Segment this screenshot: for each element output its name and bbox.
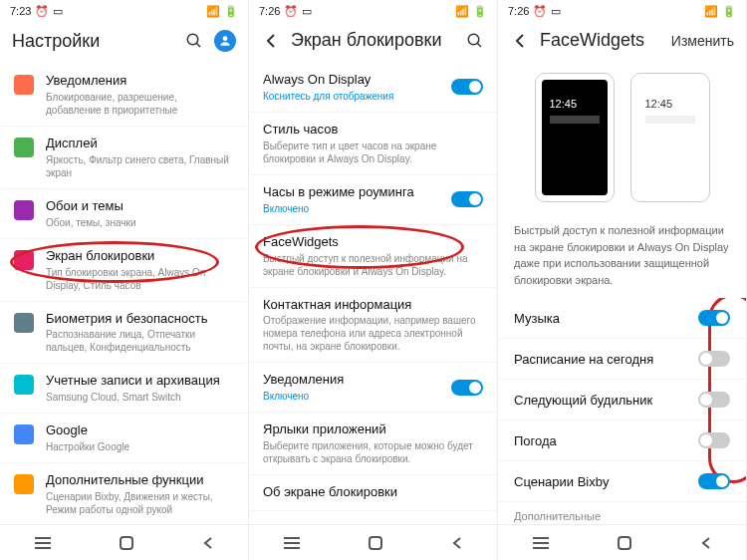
toggle-switch[interactable] — [451, 380, 483, 396]
search-button[interactable] — [184, 31, 204, 51]
item-subtitle: Коснитесь для отображения — [263, 90, 439, 103]
signal-icon: 📶 — [455, 5, 469, 18]
svg-point-7 — [468, 34, 479, 45]
alarm-icon: ⏰ — [284, 5, 298, 18]
signal-icon: 📶 — [206, 5, 220, 18]
toggle-switch[interactable] — [451, 79, 483, 95]
status-bar: 7:26 ⏰ ▭ 📶 🔋 — [249, 0, 497, 22]
item-subtitle: Выберите тип и цвет часов на экране блок… — [263, 140, 483, 165]
item-title: Учетные записи и архивация — [46, 373, 234, 390]
toggle-switch[interactable] — [698, 432, 730, 448]
widget-item[interactable]: Погода — [498, 420, 746, 461]
card-icon: ▭ — [302, 5, 312, 18]
settings-item[interactable]: Дисплей Яркость, Фильтр синего света, Гл… — [0, 127, 248, 189]
item-icon — [14, 375, 34, 395]
item-subtitle: Яркость, Фильтр синего света, Главный эк… — [46, 153, 234, 179]
back-arrow-button[interactable] — [510, 31, 530, 51]
battery-icon: 🔋 — [473, 5, 487, 18]
lockscreen-item[interactable]: Контактная информация Отображение информ… — [249, 288, 497, 364]
edit-button[interactable]: Изменить — [671, 33, 734, 49]
item-icon — [14, 474, 34, 494]
svg-line-8 — [477, 43, 481, 47]
back-button[interactable] — [699, 536, 713, 550]
widget-item[interactable]: Следующий будильник — [498, 380, 746, 420]
item-subtitle: Samsung Cloud, Smart Switch — [46, 391, 234, 404]
recents-button[interactable] — [283, 536, 301, 550]
back-arrow-button[interactable] — [261, 31, 281, 51]
item-subtitle: Настройки Google — [46, 440, 234, 453]
home-button[interactable] — [119, 535, 134, 551]
header: Экран блокировки — [249, 22, 497, 63]
item-subtitle: Тип блокировки экрана, Always On Display… — [46, 266, 234, 292]
toggle-switch[interactable] — [698, 392, 730, 408]
home-button[interactable] — [368, 535, 383, 551]
toggle-switch[interactable] — [698, 473, 730, 489]
battery-icon: 🔋 — [722, 5, 736, 18]
item-title: Стиль часов — [263, 122, 483, 139]
item-subtitle: Включено — [263, 202, 439, 215]
page-title: Экран блокировки — [291, 30, 455, 51]
widget-item[interactable]: Сценарии Bixby — [498, 461, 746, 502]
lockscreen-item[interactable]: Ярлыки приложений Выберите приложения, к… — [249, 413, 497, 475]
lock-preview: 12:45 12:45 — [498, 63, 746, 212]
status-time: 7:26 — [259, 5, 280, 17]
item-subtitle: Распознавание лица, Отпечатки пальцев, К… — [46, 328, 234, 354]
preview-dark[interactable]: 12:45 — [535, 73, 615, 202]
settings-item[interactable]: Учетные записи и архивация Samsung Cloud… — [0, 364, 248, 414]
battery-icon: 🔋 — [224, 5, 238, 18]
home-button[interactable] — [617, 535, 632, 551]
item-title: Обои и темы — [46, 198, 234, 215]
header: FaceWidgets Изменить — [498, 22, 746, 63]
lockscreen-item[interactable]: Об экране блокировки — [249, 475, 497, 511]
settings-item[interactable]: Дополнительные функции Сценарии Bixby, Д… — [0, 463, 248, 524]
settings-item[interactable]: Экран блокировки Тип блокировки экрана, … — [0, 239, 248, 302]
lockscreen-item[interactable]: Стиль часов Выберите тип и цвет часов на… — [249, 113, 497, 175]
nav-bar — [249, 524, 497, 560]
widget-label: Следующий будильник — [514, 393, 652, 408]
settings-item[interactable]: Уведомления Блокирование, разрешение, до… — [0, 64, 248, 127]
page-title: Настройки — [12, 31, 174, 52]
svg-rect-6 — [121, 537, 132, 549]
preview-light[interactable]: 12:45 — [630, 73, 710, 202]
alarm-icon: ⏰ — [35, 5, 49, 18]
page-title: FaceWidgets — [540, 30, 661, 51]
item-icon — [14, 313, 34, 333]
item-title: Уведомления — [263, 372, 439, 389]
profile-avatar[interactable] — [214, 30, 236, 52]
screen-lockscreen: 7:26 ⏰ ▭ 📶 🔋 Экран блокировки Always On … — [249, 0, 498, 560]
svg-line-1 — [196, 43, 200, 47]
widget-label: Погода — [514, 433, 557, 448]
toggle-switch[interactable] — [451, 191, 483, 207]
description-text: Быстрый доступ к полезной информации на … — [498, 212, 746, 298]
lockscreen-item[interactable]: Always On Display Коснитесь для отображе… — [249, 63, 497, 113]
item-title: Дисплей — [46, 136, 234, 152]
svg-point-0 — [187, 34, 198, 45]
back-button[interactable] — [201, 536, 215, 550]
recents-button[interactable] — [532, 536, 550, 550]
settings-list: Уведомления Блокирование, разрешение, до… — [0, 64, 248, 524]
recents-button[interactable] — [34, 536, 52, 550]
status-bar: 7:23 ⏰ ▭ 📶 🔋 — [0, 0, 248, 22]
widget-item[interactable]: Музыка — [498, 298, 746, 339]
toggle-switch[interactable] — [698, 351, 730, 367]
item-title: Контактная информация — [263, 297, 483, 314]
lockscreen-item[interactable]: FaceWidgets Быстрый доступ к полезной ин… — [249, 225, 497, 288]
widget-label: Музыка — [514, 311, 560, 326]
lockscreen-item[interactable]: Часы в режиме роуминга Включено — [249, 175, 497, 225]
signal-icon: 📶 — [704, 5, 718, 18]
back-button[interactable] — [450, 536, 464, 550]
search-button[interactable] — [465, 31, 485, 51]
toggle-switch[interactable] — [698, 310, 730, 326]
item-title: Always On Display — [263, 72, 439, 89]
item-title: Экран блокировки — [46, 248, 234, 265]
item-subtitle: Выберите приложения, которые можно будет… — [263, 439, 483, 465]
lockscreen-item[interactable]: Уведомления Включено — [249, 363, 497, 413]
nav-bar — [498, 524, 746, 560]
widget-label: Расписание на сегодня — [514, 352, 653, 367]
settings-item[interactable]: Google Настройки Google — [0, 414, 248, 463]
widget-item[interactable]: Расписание на сегодня — [498, 339, 746, 380]
item-title: Об экране блокировки — [263, 484, 483, 501]
settings-item[interactable]: Биометрия и безопасность Распознавание л… — [0, 302, 248, 365]
settings-item[interactable]: Обои и темы Обои, темы, значки — [0, 189, 248, 239]
nav-bar — [0, 524, 248, 560]
